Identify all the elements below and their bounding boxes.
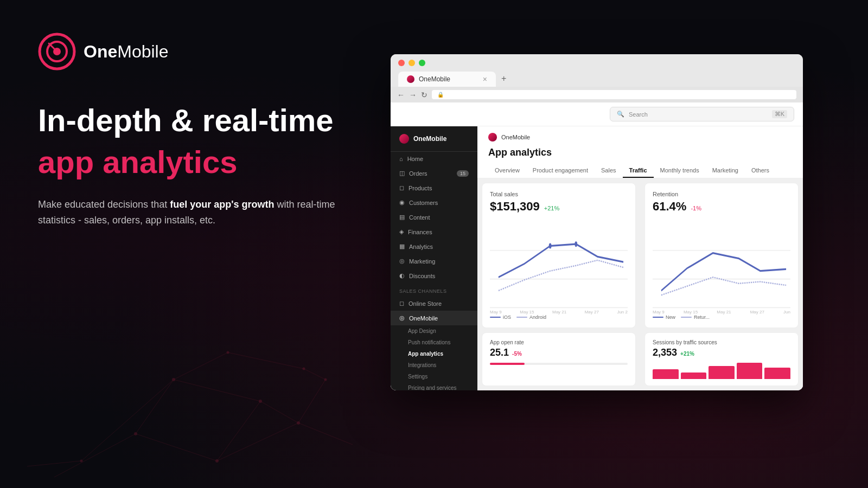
- sidebar-item-onemobile[interactable]: ◎ OneMobile: [391, 311, 477, 325]
- tab-bar: OneMobile × +: [398, 70, 795, 87]
- app-title-row: OneMobile: [488, 133, 792, 142]
- legend-new: New: [653, 314, 675, 320]
- sidebar-sub-settings[interactable]: Settings: [391, 371, 477, 382]
- ret-x-label-0: May 9: [653, 310, 665, 314]
- total-sales-chart: [490, 219, 628, 309]
- sidebar-sub-push-notifications[interactable]: Push notifications: [391, 337, 477, 348]
- new-legend-line: [653, 317, 663, 318]
- sidebar-item-analytics[interactable]: ▦ Analytics: [391, 239, 477, 254]
- tab-sales[interactable]: Sales: [595, 164, 623, 178]
- sidebar-item-products[interactable]: ◻ Products: [391, 181, 477, 195]
- legend-ios: iOS: [490, 314, 511, 320]
- sidebar-sub-app-design[interactable]: App Design: [391, 325, 477, 337]
- sidebar-label-customers: Customers: [409, 200, 438, 206]
- android-legend-line: [516, 317, 527, 318]
- traffic-light-yellow[interactable]: [409, 60, 415, 66]
- back-button[interactable]: ←: [397, 91, 405, 99]
- sidebar-item-discounts[interactable]: ◐ Discounts: [391, 268, 477, 283]
- new-legend-label: New: [666, 314, 675, 320]
- legend-android: Android: [516, 314, 546, 320]
- tab-close-button[interactable]: ×: [483, 75, 487, 84]
- search-box[interactable]: 🔍 Search ⌘K: [610, 107, 794, 121]
- sidebar-label-orders: Orders: [409, 170, 427, 177]
- subtitle: Make educated decisions that fuel your a…: [38, 197, 342, 228]
- logo-area: OneMobile: [38, 33, 353, 70]
- tab-favicon: [407, 75, 414, 83]
- x-label-3: May 27: [585, 310, 599, 314]
- retention-title: Retention: [653, 191, 790, 197]
- sidebar-logo: OneMobile: [391, 126, 477, 152]
- traffic-light-red[interactable]: [398, 60, 405, 66]
- sidebar-item-orders[interactable]: ◫ Orders 15: [391, 166, 477, 181]
- new-tab-button[interactable]: +: [496, 70, 512, 87]
- browser-chrome: OneMobile × +: [391, 54, 803, 87]
- tab-overview[interactable]: Overview: [488, 164, 526, 178]
- x-label-4: Jun 2: [617, 310, 628, 314]
- refresh-button[interactable]: ↻: [421, 91, 427, 99]
- tab-traffic[interactable]: Traffic: [623, 164, 654, 178]
- app-open-rate-value: 25.1 -5%: [490, 347, 628, 358]
- total-sales-title: Total sales: [490, 191, 628, 197]
- left-panel: OneMobile In-depth & real-time app analy…: [0, 0, 391, 488]
- sidebar-sub-integrations[interactable]: Integrations: [391, 359, 477, 371]
- sessions-bar-chart: [653, 363, 790, 379]
- home-icon: ⌂: [399, 156, 403, 162]
- android-legend-label: Android: [529, 314, 546, 320]
- tab-monthly-trends[interactable]: Monthly trends: [654, 164, 706, 178]
- main-content-area: OneMobile App analytics Overview Product…: [477, 126, 803, 390]
- tab-others[interactable]: Others: [745, 164, 776, 178]
- ret-x-label-3: May 27: [750, 310, 764, 314]
- sidebar-item-customers[interactable]: ◉ Customers: [391, 195, 477, 210]
- sidebar-sub-app-analytics[interactable]: App analytics: [391, 348, 477, 359]
- tab-product-engagement[interactable]: Product engagement: [526, 164, 595, 178]
- svg-point-30: [575, 241, 577, 247]
- sidebar-label-analytics: Analytics: [409, 243, 433, 250]
- content-icon: ▤: [399, 214, 405, 221]
- total-sales-change: +21%: [544, 205, 559, 211]
- onemobile-logo-icon: [38, 33, 76, 70]
- forward-button[interactable]: →: [409, 91, 417, 99]
- sessions-bar-4: [737, 363, 763, 379]
- traffic-light-green[interactable]: [419, 60, 425, 66]
- ios-legend-line: [490, 317, 501, 318]
- sidebar-item-marketing[interactable]: ◎ Marketing: [391, 254, 477, 268]
- sidebar-item-content[interactable]: ▤ Content: [391, 210, 477, 224]
- browser-tab[interactable]: OneMobile ×: [398, 72, 496, 87]
- sidebar: OneMobile ⌂ Home ◫ Orders 15 ◻ Products …: [391, 126, 477, 390]
- app-open-rate-bar-fill: [490, 363, 525, 365]
- sidebar-label-onemobile: OneMobile: [409, 315, 438, 322]
- sessions-change: +21%: [680, 351, 694, 357]
- sidebar-item-finances[interactable]: ◈ Finances: [391, 224, 477, 239]
- tab-label: OneMobile: [419, 75, 450, 83]
- x-label-1: May 15: [520, 310, 534, 314]
- return-legend-label: Retur...: [694, 314, 710, 320]
- sessions-bar-3: [709, 366, 735, 379]
- x-label-2: May 21: [552, 310, 566, 314]
- legend-return: Retur...: [681, 314, 710, 320]
- app-brand-icon: [488, 133, 497, 142]
- sidebar-label-home: Home: [407, 156, 423, 162]
- app-open-rate-title: App open rate: [490, 339, 628, 345]
- return-legend-line: [681, 317, 692, 318]
- online-store-icon: ◻: [399, 300, 404, 307]
- tabs-row: Overview Product engagement Sales Traffi…: [488, 164, 792, 178]
- search-shortcut: ⌘K: [772, 110, 787, 118]
- address-bar[interactable]: 🔒: [432, 90, 796, 99]
- logo-text: OneMobile: [84, 42, 169, 62]
- retention-legend: New Retur...: [653, 314, 790, 320]
- sidebar-sub-pricing[interactable]: Pricing and services: [391, 382, 477, 390]
- ios-legend-label: iOS: [503, 314, 511, 320]
- charts-area: Total sales $151,309 +21%: [477, 178, 803, 332]
- sidebar-item-home[interactable]: ⌂ Home: [391, 152, 477, 166]
- customers-icon: ◉: [399, 199, 405, 206]
- retention-change: -1%: [691, 205, 701, 211]
- tab-marketing[interactable]: Marketing: [706, 164, 745, 178]
- ret-x-label-2: May 21: [717, 310, 731, 314]
- total-sales-value: $151,309 +21%: [490, 200, 628, 214]
- sidebar-logo-text: OneMobile: [413, 135, 446, 143]
- mini-card-app-open-rate: App open rate 25.1 -5%: [482, 332, 636, 386]
- headline: In-depth & real-time: [38, 103, 353, 138]
- retention-x-labels: May 9 May 15 May 21 May 27 Jun: [653, 309, 790, 314]
- sessions-value: 2,353 +21%: [653, 347, 790, 358]
- sidebar-item-online-store[interactable]: ◻ Online Store: [391, 296, 477, 311]
